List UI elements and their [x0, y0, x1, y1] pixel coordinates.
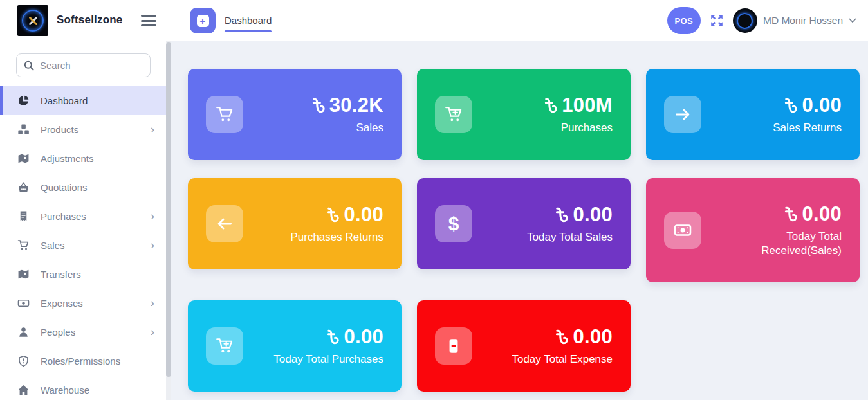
tab-dashboard-label: Dashboard	[225, 15, 272, 26]
basket-icon	[17, 181, 30, 194]
sidebar: Dashboard Products › Adjustments	[0, 41, 171, 400]
sidebar-search	[16, 53, 151, 77]
header-actions: POS MD Monir Hossen	[667, 0, 856, 41]
chevron-down-icon	[849, 18, 856, 23]
taka-currency-icon	[326, 206, 339, 224]
sidebar-item-label: Warehouse	[41, 385, 154, 395]
boxes-icon	[17, 123, 30, 136]
sidebar-item-label: Products	[41, 124, 140, 135]
tab-active-underline	[225, 30, 272, 32]
cart-plus-icon	[435, 96, 472, 133]
stat-amount: 0.00	[344, 203, 383, 226]
top-header: Softsellzone + Dashboard POS MD Monir Ho…	[0, 0, 868, 41]
stat-value: 0.00	[527, 203, 613, 226]
stat-label: Today Total Purchases	[273, 352, 383, 367]
stat-card-today-total-received: 0.00 Today Total Received(Sales)	[646, 178, 860, 282]
stat-value: 0.00	[512, 325, 613, 349]
taka-currency-icon	[544, 96, 557, 114]
taka-currency-icon	[555, 328, 568, 346]
receipt-icon	[17, 210, 30, 223]
chevron-right-icon: ›	[151, 123, 154, 135]
sidebar-item-transfers[interactable]: Transfers	[0, 260, 166, 289]
sidebar-item-expenses[interactable]: Expenses ›	[0, 289, 166, 318]
chevron-right-icon: ›	[151, 210, 154, 222]
user-name: MD Monir Hossen	[763, 15, 843, 26]
stat-value: 0.00	[773, 94, 842, 117]
sidebar-item-quotations[interactable]: Quotations	[0, 173, 166, 202]
sidebar-scrollbar-thumb[interactable]	[166, 42, 171, 377]
sidebar-scrollbar-track	[166, 41, 171, 400]
stat-card-today-total-sales: $ 0.00 Today Total Sales	[417, 178, 631, 269]
person-icon	[17, 326, 30, 338]
sidebar-item-label: Purchases	[41, 211, 140, 222]
pie-chart-icon	[17, 95, 30, 107]
sidebar-item-label: Adjustments	[41, 153, 154, 164]
stat-label: Sales Returns	[773, 121, 842, 135]
stat-label: Today Total Expense	[512, 352, 613, 367]
dollar-icon: $	[435, 205, 472, 242]
plus-tab-icon: +	[190, 8, 216, 33]
map-icon	[17, 152, 30, 165]
sidebar-item-products[interactable]: Products ›	[0, 115, 166, 144]
stat-card-today-total-expense: 0.00 Today Total Expense	[417, 300, 631, 392]
minus-card-icon	[435, 327, 472, 365]
stat-value: 0.00	[713, 203, 842, 226]
sidebar-item-label: Peoples	[41, 327, 140, 338]
avatar-emblem-icon	[737, 13, 753, 29]
cart-plus-icon	[206, 327, 243, 365]
search-input[interactable]	[40, 60, 136, 71]
stat-label: Today Total Received(Sales)	[713, 230, 842, 258]
sidebar-item-label: Sales	[41, 240, 140, 251]
sidebar-item-peoples[interactable]: Peoples ›	[0, 318, 166, 347]
pos-button[interactable]: POS	[667, 7, 701, 34]
stat-card-today-total-purchases: 0.00 Today Total Purchases	[188, 300, 402, 392]
banknote-icon	[17, 297, 30, 309]
sidebar-item-label: Dashboard	[41, 95, 154, 106]
chevron-right-icon: ›	[151, 325, 154, 338]
stat-card-sales: 30.2K Sales	[188, 69, 402, 160]
sidebar-item-dashboard[interactable]: Dashboard	[0, 86, 166, 115]
tab-dashboard[interactable]: + Dashboard	[190, 0, 272, 41]
stat-amount: 0.00	[344, 325, 383, 349]
shield-icon	[17, 355, 30, 367]
sidebar-item-label: Transfers	[41, 269, 154, 280]
sidebar-item-purchases[interactable]: Purchases ›	[0, 202, 166, 231]
chevron-right-icon: ›	[151, 239, 154, 251]
user-menu[interactable]: MD Monir Hossen	[733, 8, 856, 33]
arrow-left-icon	[206, 205, 243, 242]
sidebar-item-label: Roles/Permissions	[41, 356, 154, 367]
banknote-icon	[664, 212, 701, 249]
stat-label: Purchases	[544, 121, 613, 135]
sidebar-item-roles-permissions[interactable]: Roles/Permissions	[0, 347, 166, 376]
stat-card-purchases-returns: 0.00 Purchases Returns	[188, 178, 402, 269]
sidebar-menu: Dashboard Products › Adjustments	[0, 86, 166, 400]
stat-value: 0.00	[273, 325, 383, 349]
sidebar-item-adjustments[interactable]: Adjustments	[0, 144, 166, 173]
taka-currency-icon	[326, 328, 339, 346]
cart-icon	[206, 96, 243, 133]
fullscreen-icon[interactable]	[710, 14, 724, 28]
stat-amount: 30.2K	[329, 94, 383, 117]
stat-amount: 0.00	[802, 94, 842, 117]
stat-amount: 0.00	[802, 203, 842, 226]
stat-label: Purchases Returns	[290, 230, 383, 244]
stat-amount: 100M	[562, 94, 613, 117]
taka-currency-icon	[784, 205, 797, 223]
app-logo	[17, 5, 48, 36]
brand-name: Softsellzone	[57, 14, 123, 26]
map-icon	[17, 268, 30, 280]
stat-value: 0.00	[290, 203, 383, 226]
avatar	[733, 8, 757, 33]
stat-amount: 0.00	[573, 325, 613, 349]
taka-currency-icon	[784, 96, 797, 114]
hamburger-menu-icon[interactable]	[141, 14, 156, 28]
sidebar-item-warehouse[interactable]: Warehouse	[0, 376, 166, 400]
home-icon	[17, 384, 30, 396]
sidebar-item-sales[interactable]: Sales ›	[0, 231, 166, 260]
taka-currency-icon	[555, 206, 568, 224]
main-content: 30.2K Sales	[171, 41, 868, 400]
logo-emblem-icon	[22, 10, 44, 32]
stat-label: Sales	[312, 121, 383, 135]
stats-grid: 30.2K Sales	[188, 69, 868, 392]
stat-card-sales-returns: 0.00 Sales Returns	[646, 69, 860, 160]
